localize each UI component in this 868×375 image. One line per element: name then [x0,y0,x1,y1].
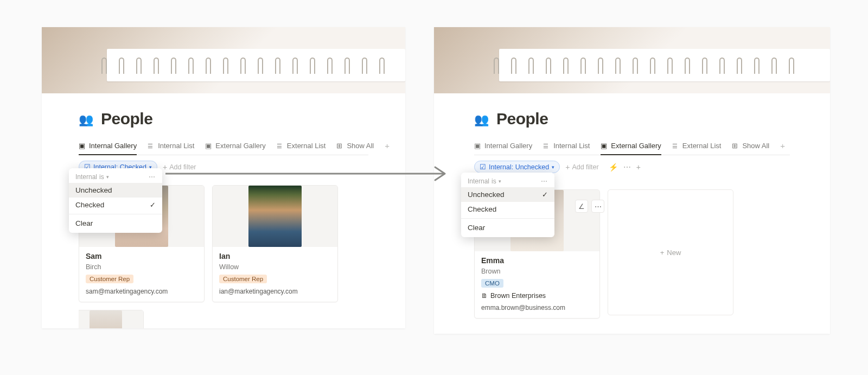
tab-label: Show All [742,142,769,150]
person-card[interactable]: Ian Willow Customer Rep ian@marketingage… [212,185,338,302]
clear-label: Clear [75,219,93,227]
card-first-name: Emma [481,256,593,265]
filter-option-checked[interactable]: Checked [461,202,554,217]
lightning-icon[interactable]: ⚡ [609,163,618,171]
card-toolbar: ∠ ⋯ [575,200,604,213]
checkbox-icon: ☑ [480,163,486,171]
checkmark-icon: ✓ [542,190,548,199]
card-email: emma.brown@business.com [481,304,593,312]
gallery-icon [474,142,482,149]
filter-condition[interactable]: is [492,177,496,185]
option-label: Unchecked [468,190,505,199]
pencil-icon: ∠ [578,202,585,211]
add-filter-label: Add filter [169,163,196,171]
gallery-icon [79,142,86,149]
card-last-name: Brown [481,268,593,275]
tab-external-gallery[interactable]: External Gallery [205,138,265,155]
person-card[interactable]: Tracy Hazel Customer Rep tracy@marketing… [79,310,144,328]
table-icon [336,142,344,149]
tab-label: Internal List [158,142,194,150]
cover-banner [434,27,830,93]
filter-clear[interactable]: Clear [69,216,162,231]
filter-property-name: Internal [75,173,97,181]
tab-external-list[interactable]: External List [277,138,326,155]
gallery-icon [205,142,213,149]
list-icon [543,142,551,149]
tab-internal-list[interactable]: Internal List [148,138,194,155]
filter-property-name: Internal [468,177,489,185]
checkmark-icon: ✓ [150,201,156,209]
more-icon[interactable]: ⋯ [541,177,548,185]
add-view-button[interactable]: + [780,138,785,155]
table-icon [732,142,739,149]
list-icon [277,142,284,149]
card-email: sam@marketingagency.com [86,288,197,295]
avatar [90,310,122,328]
tab-label: External List [682,142,722,150]
view-tabs: Internal Gallery Internal List External … [474,138,790,155]
avatar [248,186,302,247]
list-icon [672,142,680,149]
tab-label: External List [287,142,326,150]
filter-option-checked[interactable]: Checked ✓ [69,198,162,212]
tab-internal-list[interactable]: Internal List [543,138,590,155]
card-first-name: Sam [86,252,197,260]
card-last-name: Willow [219,263,331,271]
add-filter-button[interactable]: + Add filter [163,163,196,171]
more-icon[interactable]: ⋯ [623,163,631,171]
filter-clear[interactable]: Clear [461,220,554,235]
plus-icon: + [163,163,167,171]
chevron-down-icon: ▾ [106,174,109,180]
company-link[interactable]: Brown Enterprises [490,292,546,300]
list-icon [148,142,155,149]
document-icon [481,292,488,300]
tab-external-gallery[interactable]: External Gallery [601,138,661,155]
new-label: New [667,249,681,257]
card-email: ian@marketingagency.com [219,288,331,295]
people-icon: 👥 [474,113,489,127]
clear-label: Clear [468,224,485,232]
gallery-icon [601,142,608,149]
tab-label: Internal Gallery [89,142,137,150]
filter-label: Internal: Unchecked [489,163,549,171]
cover-banner [42,27,405,93]
tab-internal-gallery[interactable]: Internal Gallery [79,138,137,155]
page-title: People [101,110,152,128]
role-tag: Customer Rep [86,275,133,283]
filter-popover: Internal is ▾ ⋯ Unchecked Checked ✓ Clea… [69,168,162,233]
option-label: Checked [75,201,104,209]
add-filter-button[interactable]: + Add filter [565,163,599,171]
edit-button[interactable]: ∠ [575,200,588,213]
page-title: People [496,110,548,128]
tab-show-all[interactable]: Show All [732,138,769,155]
chevron-down-icon: ▾ [499,179,501,184]
more-icon: ⋯ [595,202,602,211]
separator [461,218,554,219]
tab-label: Internal Gallery [484,142,532,150]
option-label: Checked [468,205,496,213]
filter-option-unchecked[interactable]: Unchecked ✓ [461,187,554,202]
card-image [79,310,143,328]
tab-label: External Gallery [611,142,661,150]
tab-label: External Gallery [215,142,265,150]
filter-popover: Internal is ▾ ⋯ Unchecked ✓ Checked Clea… [461,173,554,237]
tab-label: Internal List [553,142,590,150]
tab-external-list[interactable]: External List [672,138,722,155]
filter-option-unchecked[interactable]: Unchecked [69,183,162,198]
plus-icon[interactable]: + [636,163,641,171]
left-state-panel: 👥 People Internal Gallery Internal List … [42,27,405,328]
card-last-name: Birch [86,263,197,271]
add-view-button[interactable]: + [385,138,390,155]
tab-show-all[interactable]: Show All [336,138,374,155]
view-tabs: Internal Gallery Internal List External … [79,138,368,155]
more-icon[interactable]: ⋯ [149,173,156,181]
separator [69,214,162,214]
new-card-button[interactable]: + New [608,189,733,315]
filter-condition[interactable]: is [99,173,104,181]
more-button[interactable]: ⋯ [591,200,604,213]
people-icon: 👥 [79,113,93,127]
filter-pill-internal[interactable]: ☑ Internal: Unchecked ▾ [474,161,560,173]
tab-internal-gallery[interactable]: Internal Gallery [474,138,532,155]
right-state-panel: 👥 People Internal Gallery Internal List … [434,27,830,334]
chevron-down-icon: ▾ [552,164,554,170]
